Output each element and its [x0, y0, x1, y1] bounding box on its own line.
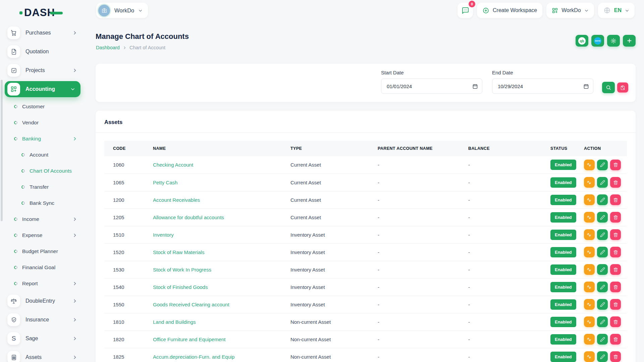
edit-button[interactable] [597, 160, 608, 170]
brand-logo[interactable]: DASH [19, 6, 63, 19]
delete-button[interactable] [610, 212, 621, 223]
sidebar-item-insurance[interactable]: Insurance [0, 310, 91, 329]
sidebar-item-chart-of-accounts[interactable]: Chart Of Accounts [0, 163, 91, 179]
sidebar-item-doubleentry[interactable]: DoubleEntry [0, 292, 91, 310]
journal-activity-button[interactable] [584, 264, 595, 275]
journal-activity-button[interactable] [584, 177, 595, 188]
sidebar-item-income[interactable]: Income [0, 211, 91, 227]
delete-button[interactable] [610, 247, 621, 257]
pencil-icon [600, 285, 605, 290]
sidebar-item-quotation[interactable]: Quotation [0, 42, 91, 61]
journal-activity-button[interactable] [584, 334, 595, 345]
account-name-link[interactable]: Goods Received Clearing account [153, 302, 229, 307]
language-code: EN [614, 7, 622, 13]
trash-icon [613, 197, 618, 202]
delete-button[interactable] [610, 316, 621, 327]
delete-button[interactable] [610, 264, 621, 275]
quickbooks-button[interactable]: qb [576, 35, 588, 47]
settings-button[interactable] [607, 35, 620, 47]
edit-button[interactable] [597, 177, 608, 188]
journal-activity-button[interactable] [584, 316, 595, 327]
account-name-link[interactable]: Allowance for doubtful accounts [153, 215, 224, 220]
account-name-link[interactable]: Stock of Finished Goods [153, 284, 208, 290]
delete-button[interactable] [610, 177, 621, 188]
delete-button[interactable] [610, 299, 621, 310]
create-workspace-button[interactable]: Create Workspace [477, 3, 542, 18]
edit-button[interactable] [597, 299, 608, 310]
delete-button[interactable] [610, 194, 621, 205]
journal-activity-button[interactable] [584, 194, 595, 205]
account-name-link[interactable]: Inventory [153, 232, 174, 238]
account-code: 1205 [104, 208, 150, 226]
edit-button[interactable] [597, 351, 608, 362]
search-button[interactable] [602, 82, 615, 93]
quickbooks-icon: qb [578, 37, 586, 45]
delete-button[interactable] [610, 160, 621, 170]
sidebar-item-report[interactable]: Report [0, 276, 91, 292]
journal-activity-button[interactable] [584, 229, 595, 240]
sidebar-item-accounting[interactable]: Accounting [5, 81, 80, 97]
account-name-link[interactable]: Checking Account [153, 162, 193, 168]
card-header: Assets [96, 111, 636, 133]
account-name-link[interactable]: Stock of Work In Progress [153, 267, 211, 273]
checkbox-icon [7, 64, 20, 77]
edit-button[interactable] [597, 316, 608, 327]
sidebar-item-projects[interactable]: Projects [0, 61, 91, 80]
account-code: 1520 [104, 243, 150, 261]
sidebar-item-label: Account [30, 152, 48, 158]
reset-filter-button[interactable] [617, 82, 628, 93]
edit-button[interactable] [597, 194, 608, 205]
sidebar-item-budget-planner[interactable]: Budget Planner [0, 243, 91, 259]
account-name-link[interactable]: Account Receivables [153, 197, 200, 203]
messages-button[interactable]: 0 [458, 3, 473, 18]
parent-account-name: - [374, 191, 465, 208]
table-row: 1520 Stock of Raw Materials Inventory As… [104, 243, 627, 261]
journal-activity-button[interactable] [584, 282, 595, 292]
start-date-input[interactable] [381, 79, 482, 94]
account-type: Inventory Asset [287, 296, 374, 313]
sidebar-item-banking[interactable]: Banking [0, 131, 91, 147]
account-name-link[interactable]: Stock of Raw Materials [153, 249, 204, 255]
add-account-button[interactable] [623, 35, 636, 47]
language-selector[interactable]: EN [598, 3, 635, 18]
end-date-input[interactable] [492, 79, 593, 94]
sidebar-item-vendor[interactable]: Vendor [0, 115, 91, 131]
edit-button[interactable] [597, 264, 608, 275]
edit-button[interactable] [597, 212, 608, 223]
account-name-link[interactable]: Accum.depreciation-Furn. and Equip [153, 354, 234, 360]
app-menu-dropdown[interactable]: WorkDo [546, 3, 594, 18]
edit-button[interactable] [597, 247, 608, 257]
journal-activity-button[interactable] [584, 212, 595, 223]
workspace-selector[interactable]: WorkDo [96, 3, 148, 18]
breadcrumb-dashboard-link[interactable]: Dashboard [96, 45, 120, 50]
bullet-icon [21, 153, 25, 157]
edit-button[interactable] [597, 229, 608, 240]
journal-activity-button[interactable] [584, 160, 595, 170]
delete-button[interactable] [610, 282, 621, 292]
journal-activity-button[interactable] [584, 247, 595, 257]
grid-plus-icon [552, 7, 558, 14]
sidebar-item-expense[interactable]: Expense [0, 227, 91, 243]
account-balance: - [465, 156, 547, 174]
sidebar-item-account[interactable]: Account [0, 147, 91, 163]
delete-button[interactable] [610, 334, 621, 345]
delete-button[interactable] [610, 229, 621, 240]
sidebar-item-customer[interactable]: Customer [0, 99, 91, 115]
sidebar-item-bank-sync[interactable]: Bank Sync [0, 195, 91, 211]
sidebar-item-purchases[interactable]: Purchases [0, 23, 91, 42]
edit-button[interactable] [597, 334, 608, 345]
account-name-link[interactable]: Office Furniture and Equipement [153, 337, 226, 342]
account-name-link[interactable]: Land and Buildings [153, 319, 196, 325]
sidebar-item-financial-goal[interactable]: Financial Goal [0, 259, 91, 276]
delete-button[interactable] [610, 351, 621, 362]
chevron-right-icon [72, 31, 77, 35]
edit-button[interactable] [597, 282, 608, 292]
sidebar-item-sage[interactable]: S Sage [0, 329, 91, 348]
journal-activity-button[interactable] [584, 351, 595, 362]
account-name-link[interactable]: Petty Cash [153, 180, 177, 185]
sidebar-item-transfer[interactable]: Transfer [0, 179, 91, 195]
sidebar-item-assets[interactable]: Assets [0, 348, 91, 362]
account-type: Non-current Asset [287, 330, 374, 348]
xero-button[interactable]: xero [591, 35, 604, 47]
journal-activity-button[interactable] [584, 299, 595, 310]
